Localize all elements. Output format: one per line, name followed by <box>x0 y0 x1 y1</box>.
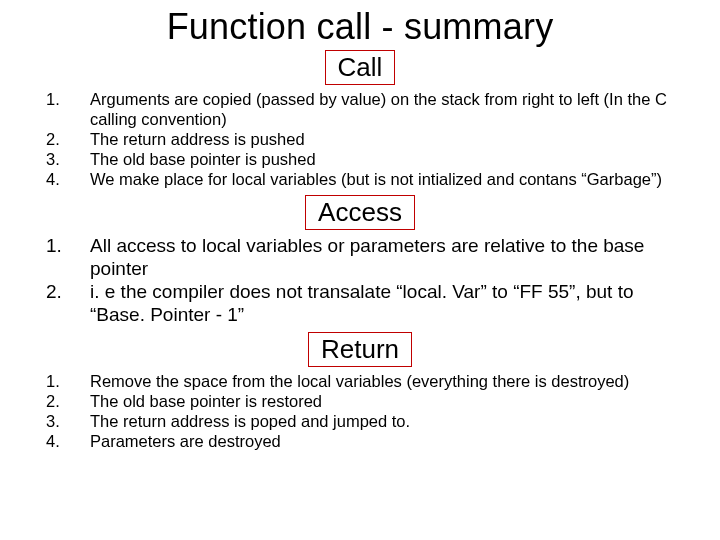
list-item: 1.Arguments are copied (passed by value)… <box>40 89 680 129</box>
slide-title: Function call - summary <box>20 6 700 48</box>
item-number: 2. <box>40 280 90 303</box>
item-text: Remove the space from the local variable… <box>90 371 680 391</box>
item-number: 4. <box>40 431 90 451</box>
list-item: 1.Remove the space from the local variab… <box>40 371 680 391</box>
item-number: 1. <box>40 234 90 257</box>
item-text: The old base pointer is pushed <box>90 149 680 169</box>
section-label-call: Call <box>325 50 396 85</box>
item-number: 2. <box>40 129 90 149</box>
item-text: i. e the compiler does not transalate “l… <box>90 280 680 326</box>
item-text: Parameters are destroyed <box>90 431 680 451</box>
list-return: 1.Remove the space from the local variab… <box>40 371 680 452</box>
list-item: 2.The return address is pushed <box>40 129 680 149</box>
item-text: The return address is pushed <box>90 129 680 149</box>
list-item: 4.Parameters are destroyed <box>40 431 680 451</box>
list-access: 1.All access to local variables or param… <box>40 234 680 327</box>
list-call: 1.Arguments are copied (passed by value)… <box>40 89 680 190</box>
item-number: 1. <box>40 89 90 109</box>
item-number: 1. <box>40 371 90 391</box>
slide: Function call - summary Call 1.Arguments… <box>0 6 720 540</box>
list-item: 2.i. e the compiler does not transalate … <box>40 280 680 326</box>
section-label-access: Access <box>305 195 415 230</box>
item-text: Arguments are copied (passed by value) o… <box>90 89 680 129</box>
list-item: 3.The old base pointer is pushed <box>40 149 680 169</box>
item-number: 3. <box>40 149 90 169</box>
item-number: 3. <box>40 411 90 431</box>
item-text: All access to local variables or paramet… <box>90 234 680 280</box>
section-label-return: Return <box>308 332 412 367</box>
item-number: 2. <box>40 391 90 411</box>
list-item: 3.The return address is poped and jumped… <box>40 411 680 431</box>
item-text: We make place for local variables (but i… <box>90 169 680 189</box>
list-item: 1.All access to local variables or param… <box>40 234 680 280</box>
item-text: The return address is poped and jumped t… <box>90 411 680 431</box>
item-number: 4. <box>40 169 90 189</box>
list-item: 2.The old base pointer is restored <box>40 391 680 411</box>
list-item: 4.We make place for local variables (but… <box>40 169 680 189</box>
item-text: The old base pointer is restored <box>90 391 680 411</box>
